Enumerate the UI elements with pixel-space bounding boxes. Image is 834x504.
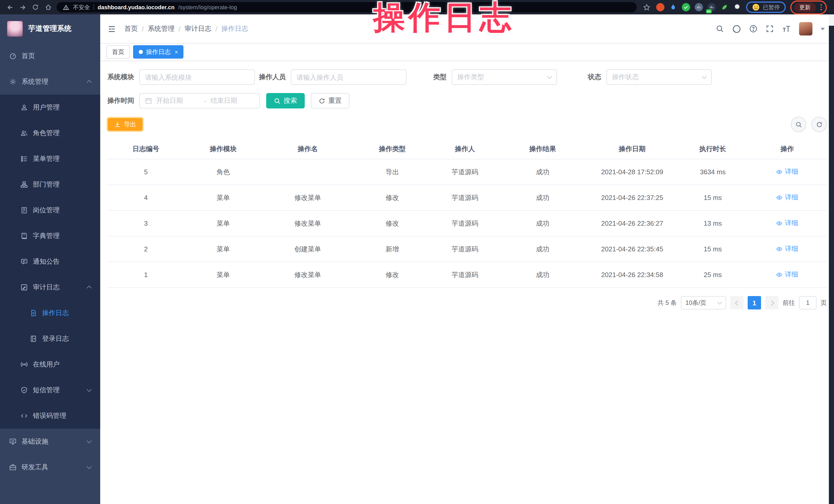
- module-input[interactable]: [139, 69, 255, 85]
- address-bar[interactable]: 不安全 dashboard.yudao.iocoder.cn /system/l…: [57, 2, 636, 12]
- sidebar-item-label: 通知公告: [33, 257, 60, 266]
- table-row: 5角色导出芋道源码成功2021-04-28 17:52:093634 ms详细: [107, 159, 827, 185]
- tab-label: 首页: [112, 47, 124, 56]
- sidebar-item-error-codes[interactable]: 错误码管理: [0, 403, 100, 429]
- font-size-icon[interactable]: [782, 24, 791, 33]
- refresh-table-button[interactable]: [811, 117, 827, 132]
- chevron-up-icon: [87, 286, 92, 291]
- sidebar-item-dictionary[interactable]: 字典管理: [0, 223, 100, 249]
- screenshot-annotation-title: 操作日志: [373, 0, 515, 39]
- extension-on-badge: on: [706, 9, 712, 13]
- proxy-panel-icon[interactable]: on: [707, 3, 716, 11]
- sidebar-item-notices[interactable]: 通知公告: [0, 249, 100, 275]
- browser-back-icon[interactable]: [5, 3, 15, 12]
- eye-icon: [776, 194, 783, 201]
- sidebar-item-audit-log[interactable]: 审计日志: [0, 275, 100, 300]
- sidebar-item-label: 短信管理: [33, 386, 60, 395]
- cell: 3634 ms: [678, 159, 748, 185]
- sidebar-item-roles[interactable]: 角色管理: [0, 120, 100, 146]
- tab-首页[interactable]: 首页: [106, 45, 130, 59]
- sidebar-item-online-users[interactable]: 在线用户: [0, 352, 100, 377]
- page-size-select[interactable]: 10条/页: [681, 296, 726, 309]
- ublock-shield-icon[interactable]: [656, 3, 664, 11]
- prev-page-button[interactable]: [730, 296, 744, 309]
- status-label: 状态: [588, 72, 601, 82]
- app-logo[interactable]: 芋道管理系统: [0, 15, 100, 43]
- status-select[interactable]: 操作状态: [606, 69, 712, 85]
- sidebar-item-infrastructure[interactable]: 基础设施: [0, 429, 100, 454]
- browser-reload-icon[interactable]: [31, 3, 40, 12]
- sidebar-item-login-log[interactable]: 登录日志: [0, 326, 100, 352]
- sidebar-item-label: 操作日志: [42, 308, 69, 318]
- v-check-icon[interactable]: [682, 3, 690, 11]
- type-select[interactable]: 操作类型: [452, 69, 557, 85]
- detail-link[interactable]: 详细: [776, 193, 798, 202]
- gear-icon: [9, 78, 17, 85]
- search-icon: [274, 97, 281, 104]
- columns-icon[interactable]: [695, 3, 703, 11]
- help-question-icon[interactable]: [749, 25, 758, 33]
- chevron-down-icon: [702, 74, 707, 79]
- sidebar-item-departments[interactable]: 部门管理: [0, 172, 100, 197]
- sidebar-item-menus[interactable]: 菜单管理: [0, 146, 100, 172]
- sidebar-item-users[interactable]: 用户管理: [0, 94, 100, 120]
- breadcrumb-item[interactable]: 首页: [124, 24, 138, 34]
- table-row: 4菜单修改菜单修改芋道源码成功2021-04-26 22:37:2515 ms详…: [107, 185, 827, 211]
- breadcrumb-item[interactable]: 系统管理: [148, 24, 174, 34]
- leaf-icon[interactable]: [720, 3, 728, 11]
- cell: 15 ms: [678, 185, 748, 211]
- operate-log-icon: [30, 309, 37, 316]
- filter-row-2: 操作时间 开始日期 - 结束日期 搜索 重置: [107, 93, 827, 108]
- tab-操作日志[interactable]: 操作日志×: [133, 45, 184, 59]
- cell: 成功: [499, 211, 587, 236]
- chrome-update-button[interactable]: 更新: [794, 2, 816, 12]
- profile-paused-label[interactable]: 已暂停: [763, 3, 780, 11]
- browser-forward-icon[interactable]: [18, 3, 27, 12]
- end-date-placeholder: 结束日期: [211, 96, 254, 105]
- detail-link[interactable]: 详细: [776, 270, 798, 279]
- user-avatar[interactable]: [799, 22, 812, 36]
- cell: 导出: [354, 159, 431, 185]
- sidebar-item-label: 错误码管理: [33, 411, 66, 420]
- browser-home-icon[interactable]: [44, 3, 53, 12]
- breadcrumb-item[interactable]: 审计日志: [185, 24, 212, 34]
- page-content: 系统模块 操作人员 类型 操作类型 状态 操作状态 操作时间 开始日期 -: [100, 60, 834, 504]
- detail-link[interactable]: 详细: [776, 244, 798, 254]
- operator-input[interactable]: [291, 69, 407, 85]
- toggle-search-button[interactable]: [791, 117, 806, 132]
- type-label: 类型: [433, 72, 446, 82]
- goto-page-input[interactable]: [799, 296, 816, 309]
- column-header: 操作模块: [184, 139, 262, 159]
- browser-toolbar-right: on 已暂停 更新: [642, 0, 829, 14]
- online-users-icon: [21, 361, 28, 368]
- date-range-picker[interactable]: 开始日期 - 结束日期: [139, 93, 260, 108]
- next-page-button[interactable]: [765, 296, 778, 309]
- sidebar-item-label: 用户管理: [33, 103, 60, 112]
- detail-link[interactable]: 详细: [776, 167, 798, 177]
- export-button[interactable]: 导出: [107, 118, 143, 131]
- emoji-avatar-icon[interactable]: [751, 3, 760, 11]
- reset-button[interactable]: 重置: [311, 93, 349, 108]
- search-button[interactable]: 搜索: [266, 93, 305, 108]
- fullscreen-icon[interactable]: [766, 25, 774, 33]
- sidebar-item-dev-tools[interactable]: 研发工具: [0, 454, 100, 480]
- bookmark-star-icon[interactable]: [642, 3, 651, 12]
- water-drop-icon[interactable]: [669, 3, 677, 11]
- close-tab-icon[interactable]: ×: [175, 49, 178, 55]
- github-icon[interactable]: [732, 24, 741, 33]
- sidebar-item-system[interactable]: 系统管理: [0, 69, 100, 94]
- cell: 2021-04-26 22:37:25: [587, 185, 678, 211]
- sidebar-item-label: 部门管理: [33, 180, 60, 189]
- page-number-1[interactable]: 1: [748, 296, 761, 309]
- detail-link[interactable]: 详细: [776, 219, 798, 228]
- sidebar-item-sms[interactable]: 短信管理: [0, 377, 100, 403]
- browser-scrollbar[interactable]: [829, 15, 834, 504]
- search-icon[interactable]: [716, 25, 724, 33]
- puzzle-extensions-icon[interactable]: [733, 3, 741, 11]
- collapse-sidebar-button[interactable]: [107, 24, 116, 33]
- sidebar-item-home[interactable]: 首页: [0, 43, 100, 69]
- avatar-caret-down-icon[interactable]: [821, 27, 825, 30]
- chrome-menu-icon[interactable]: [819, 4, 823, 11]
- sidebar-item-operate-log[interactable]: 操作日志: [0, 300, 100, 326]
- sidebar-item-posts[interactable]: 岗位管理: [0, 197, 100, 223]
